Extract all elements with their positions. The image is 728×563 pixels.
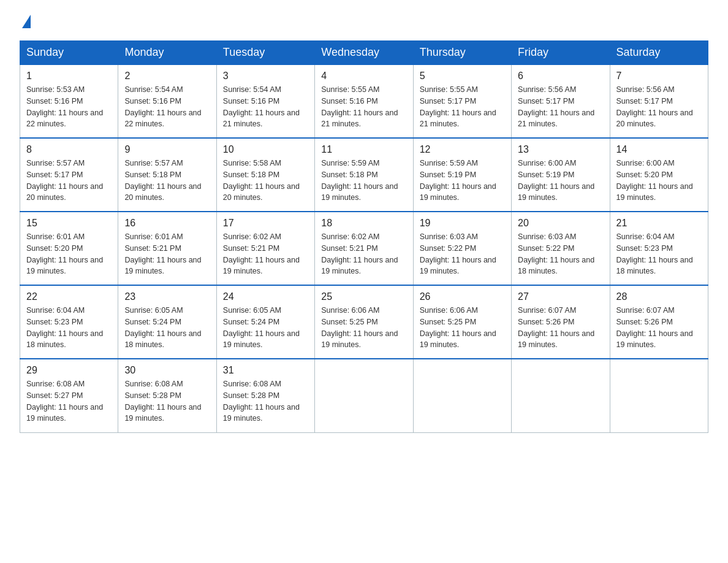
calendar-cell: 31Sunrise: 6:08 AMSunset: 5:28 PMDayligh… bbox=[216, 359, 314, 432]
day-info: Sunrise: 6:04 AMSunset: 5:23 PMDaylight:… bbox=[616, 231, 702, 277]
calendar-cell: 27Sunrise: 6:07 AMSunset: 5:26 PMDayligh… bbox=[512, 285, 610, 359]
day-number: 18 bbox=[321, 216, 406, 230]
calendar-week-row: 29Sunrise: 6:08 AMSunset: 5:27 PMDayligh… bbox=[20, 359, 708, 432]
day-info: Sunrise: 6:07 AMSunset: 5:26 PMDaylight:… bbox=[616, 305, 702, 351]
day-info: Sunrise: 6:02 AMSunset: 5:21 PMDaylight:… bbox=[223, 231, 308, 277]
day-info: Sunrise: 6:03 AMSunset: 5:22 PMDaylight:… bbox=[518, 231, 603, 277]
day-info: Sunrise: 5:59 AMSunset: 5:19 PMDaylight:… bbox=[420, 158, 505, 204]
day-number: 16 bbox=[124, 216, 210, 230]
day-info: Sunrise: 5:54 AMSunset: 5:16 PMDaylight:… bbox=[223, 84, 308, 130]
day-number: 8 bbox=[26, 142, 112, 156]
day-info: Sunrise: 5:57 AMSunset: 5:18 PMDaylight:… bbox=[124, 158, 210, 204]
calendar-table: SundayMondayTuesdayWednesdayThursdayFrid… bbox=[20, 40, 708, 433]
day-number: 22 bbox=[26, 289, 112, 304]
calendar-cell bbox=[315, 359, 413, 432]
calendar-cell: 24Sunrise: 6:05 AMSunset: 5:24 PMDayligh… bbox=[216, 285, 314, 359]
day-number: 5 bbox=[420, 69, 505, 83]
calendar-header-saturday: Saturday bbox=[610, 41, 708, 65]
calendar-cell: 9Sunrise: 5:57 AMSunset: 5:18 PMDaylight… bbox=[118, 138, 216, 212]
day-number: 10 bbox=[223, 142, 308, 156]
calendar-header-sunday: Sunday bbox=[20, 41, 118, 65]
calendar-cell: 12Sunrise: 5:59 AMSunset: 5:19 PMDayligh… bbox=[413, 138, 511, 212]
day-number: 25 bbox=[321, 289, 406, 304]
calendar-cell: 20Sunrise: 6:03 AMSunset: 5:22 PMDayligh… bbox=[512, 212, 610, 285]
calendar-cell: 17Sunrise: 6:02 AMSunset: 5:21 PMDayligh… bbox=[216, 212, 314, 285]
day-info: Sunrise: 5:58 AMSunset: 5:18 PMDaylight:… bbox=[223, 158, 308, 204]
day-info: Sunrise: 5:54 AMSunset: 5:16 PMDaylight:… bbox=[124, 84, 210, 130]
day-number: 14 bbox=[616, 142, 702, 156]
day-number: 4 bbox=[321, 69, 406, 83]
calendar-cell bbox=[610, 359, 708, 432]
calendar-cell: 2Sunrise: 5:54 AMSunset: 5:16 PMDaylight… bbox=[118, 64, 216, 138]
calendar-cell: 28Sunrise: 6:07 AMSunset: 5:26 PMDayligh… bbox=[610, 285, 708, 359]
day-info: Sunrise: 6:06 AMSunset: 5:25 PMDaylight:… bbox=[321, 305, 406, 351]
calendar-cell: 11Sunrise: 5:59 AMSunset: 5:18 PMDayligh… bbox=[315, 138, 413, 212]
day-number: 24 bbox=[223, 289, 308, 304]
day-number: 31 bbox=[223, 363, 308, 377]
calendar-cell: 5Sunrise: 5:55 AMSunset: 5:17 PMDaylight… bbox=[413, 64, 511, 138]
calendar-week-row: 15Sunrise: 6:01 AMSunset: 5:20 PMDayligh… bbox=[20, 212, 708, 285]
day-info: Sunrise: 5:56 AMSunset: 5:17 PMDaylight:… bbox=[518, 84, 603, 130]
day-info: Sunrise: 6:05 AMSunset: 5:24 PMDaylight:… bbox=[223, 305, 308, 351]
calendar-cell: 22Sunrise: 6:04 AMSunset: 5:23 PMDayligh… bbox=[20, 285, 118, 359]
day-info: Sunrise: 5:57 AMSunset: 5:17 PMDaylight:… bbox=[26, 158, 112, 204]
day-number: 6 bbox=[518, 69, 603, 83]
calendar-cell: 19Sunrise: 6:03 AMSunset: 5:22 PMDayligh… bbox=[413, 212, 511, 285]
day-number: 29 bbox=[26, 363, 112, 377]
day-number: 23 bbox=[124, 289, 210, 304]
logo bbox=[20, 15, 31, 29]
calendar-cell: 4Sunrise: 5:55 AMSunset: 5:16 PMDaylight… bbox=[315, 64, 413, 138]
calendar-cell bbox=[413, 359, 511, 432]
day-info: Sunrise: 6:00 AMSunset: 5:20 PMDaylight:… bbox=[616, 158, 702, 204]
calendar-header-thursday: Thursday bbox=[413, 41, 511, 65]
calendar-header-wednesday: Wednesday bbox=[315, 41, 413, 65]
calendar-cell: 8Sunrise: 5:57 AMSunset: 5:17 PMDaylight… bbox=[20, 138, 118, 212]
calendar-week-row: 22Sunrise: 6:04 AMSunset: 5:23 PMDayligh… bbox=[20, 285, 708, 359]
calendar-week-row: 8Sunrise: 5:57 AMSunset: 5:17 PMDaylight… bbox=[20, 138, 708, 212]
day-number: 11 bbox=[321, 142, 406, 156]
day-info: Sunrise: 6:08 AMSunset: 5:27 PMDaylight:… bbox=[26, 378, 112, 424]
calendar-cell: 1Sunrise: 5:53 AMSunset: 5:16 PMDaylight… bbox=[20, 64, 118, 138]
calendar-cell: 30Sunrise: 6:08 AMSunset: 5:28 PMDayligh… bbox=[118, 359, 216, 432]
day-number: 2 bbox=[124, 69, 210, 83]
day-number: 30 bbox=[124, 363, 210, 377]
day-info: Sunrise: 6:04 AMSunset: 5:23 PMDaylight:… bbox=[26, 305, 112, 351]
calendar-cell: 21Sunrise: 6:04 AMSunset: 5:23 PMDayligh… bbox=[610, 212, 708, 285]
calendar-cell: 6Sunrise: 5:56 AMSunset: 5:17 PMDaylight… bbox=[512, 64, 610, 138]
calendar-cell: 7Sunrise: 5:56 AMSunset: 5:17 PMDaylight… bbox=[610, 64, 708, 138]
calendar-cell: 3Sunrise: 5:54 AMSunset: 5:16 PMDaylight… bbox=[216, 64, 314, 138]
day-number: 9 bbox=[124, 142, 210, 156]
calendar-cell: 23Sunrise: 6:05 AMSunset: 5:24 PMDayligh… bbox=[118, 285, 216, 359]
day-info: Sunrise: 6:07 AMSunset: 5:26 PMDaylight:… bbox=[518, 305, 603, 351]
calendar-header-tuesday: Tuesday bbox=[216, 41, 314, 65]
calendar-header-monday: Monday bbox=[118, 41, 216, 65]
day-number: 26 bbox=[420, 289, 505, 304]
day-number: 19 bbox=[420, 216, 505, 230]
day-number: 12 bbox=[420, 142, 505, 156]
day-info: Sunrise: 6:02 AMSunset: 5:21 PMDaylight:… bbox=[321, 231, 406, 277]
day-number: 13 bbox=[518, 142, 603, 156]
day-info: Sunrise: 5:59 AMSunset: 5:18 PMDaylight:… bbox=[321, 158, 406, 204]
calendar-cell: 18Sunrise: 6:02 AMSunset: 5:21 PMDayligh… bbox=[315, 212, 413, 285]
calendar-cell bbox=[512, 359, 610, 432]
page-header bbox=[20, 15, 708, 29]
calendar-cell: 10Sunrise: 5:58 AMSunset: 5:18 PMDayligh… bbox=[216, 138, 314, 212]
day-info: Sunrise: 6:01 AMSunset: 5:20 PMDaylight:… bbox=[26, 231, 112, 277]
day-info: Sunrise: 5:55 AMSunset: 5:16 PMDaylight:… bbox=[321, 84, 406, 130]
calendar-cell: 26Sunrise: 6:06 AMSunset: 5:25 PMDayligh… bbox=[413, 285, 511, 359]
day-info: Sunrise: 5:53 AMSunset: 5:16 PMDaylight:… bbox=[26, 84, 112, 130]
day-info: Sunrise: 6:06 AMSunset: 5:25 PMDaylight:… bbox=[420, 305, 505, 351]
calendar-cell: 14Sunrise: 6:00 AMSunset: 5:20 PMDayligh… bbox=[610, 138, 708, 212]
calendar-header-friday: Friday bbox=[512, 41, 610, 65]
day-info: Sunrise: 6:01 AMSunset: 5:21 PMDaylight:… bbox=[124, 231, 210, 277]
day-number: 28 bbox=[616, 289, 702, 304]
day-info: Sunrise: 6:05 AMSunset: 5:24 PMDaylight:… bbox=[124, 305, 210, 351]
calendar-cell: 13Sunrise: 6:00 AMSunset: 5:19 PMDayligh… bbox=[512, 138, 610, 212]
calendar-header-row: SundayMondayTuesdayWednesdayThursdayFrid… bbox=[20, 41, 708, 65]
day-number: 27 bbox=[518, 289, 603, 304]
day-number: 3 bbox=[223, 69, 308, 83]
day-info: Sunrise: 5:56 AMSunset: 5:17 PMDaylight:… bbox=[616, 84, 702, 130]
day-info: Sunrise: 5:55 AMSunset: 5:17 PMDaylight:… bbox=[420, 84, 505, 130]
calendar-cell: 16Sunrise: 6:01 AMSunset: 5:21 PMDayligh… bbox=[118, 212, 216, 285]
day-number: 20 bbox=[518, 216, 603, 230]
